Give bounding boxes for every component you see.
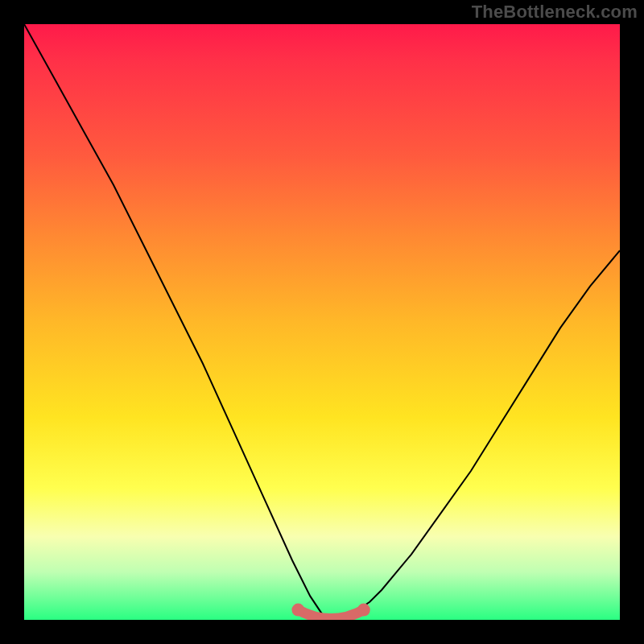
- chart-svg: [24, 24, 620, 620]
- plot-area: [24, 24, 620, 620]
- optimal-range-end-left: [291, 604, 304, 617]
- chart-frame: TheBottleneck.com: [0, 0, 644, 644]
- bottleneck-curve: [24, 24, 620, 620]
- optimal-range-marker: [298, 610, 363, 619]
- watermark-text: TheBottleneck.com: [472, 2, 638, 23]
- optimal-range-end-right: [357, 604, 370, 617]
